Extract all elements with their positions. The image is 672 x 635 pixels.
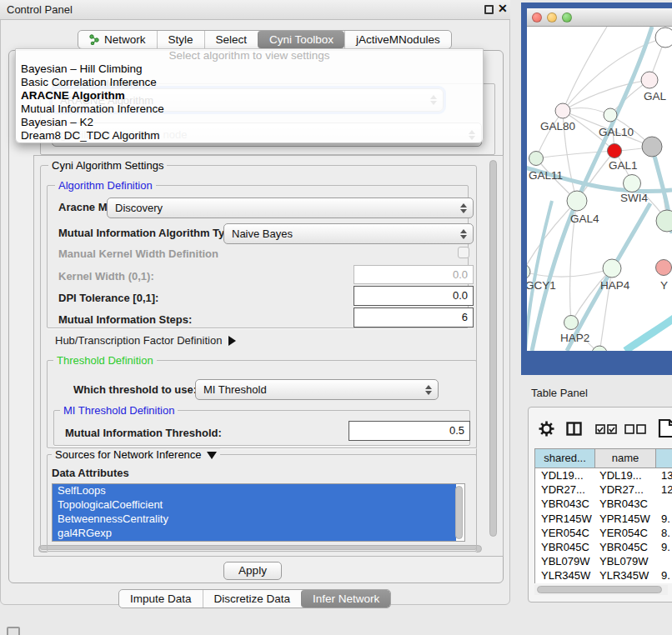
combo-stepper-icon (460, 203, 467, 213)
popup-item[interactable]: Bayesian – K2 (16, 116, 483, 129)
popup-item[interactable]: Bayesian – Hill Climbing (16, 62, 483, 76)
mi-threshold-label: Mutual Information Threshold: (65, 427, 222, 439)
popup-item[interactable]: Dream8 DC_TDC Algorithm (16, 129, 483, 142)
deselect-all-boxes-icon[interactable] (624, 424, 647, 434)
table-row[interactable]: YIL052C YIL052C 9 (535, 583, 672, 584)
svg-text:GAL80: GAL80 (540, 120, 575, 132)
close-traffic-light-icon[interactable] (532, 12, 542, 22)
network-icon (89, 34, 100, 45)
which-threshold-label: Which threshold to use: (73, 383, 197, 396)
table-row[interactable]: YBR043C YBR043C (535, 497, 672, 511)
table-row[interactable]: YDR27... YDR27... 12 (535, 482, 672, 497)
tab-style-label: Style (168, 33, 193, 46)
cell-shared-name: YBL079W (541, 555, 590, 568)
svg-text:GAL4: GAL4 (570, 212, 599, 225)
gear-icon[interactable] (539, 421, 554, 437)
tab-select[interactable]: Select (204, 31, 258, 48)
cell-shared-name: YDL19... (541, 469, 584, 482)
cell-value: 12 (661, 483, 672, 496)
table-row[interactable]: YBR045C YBR045C 9. (535, 540, 672, 554)
popup-item[interactable]: Basic Correlation Inference (16, 76, 483, 89)
attributes-list-scrollbar[interactable] (455, 486, 463, 539)
sources-expander[interactable]: Sources for Network Inference (52, 448, 220, 461)
column-header-partial[interactable]: A (655, 448, 672, 468)
tab-network[interactable]: Network (78, 31, 157, 48)
tab-cyni-toolbox-label: Cyni Toolbox (269, 33, 333, 46)
data-attributes-list: SelfLoops TopologicalCoefficient Between… (52, 483, 465, 542)
attribute-item-selected[interactable]: SelfLoops (53, 484, 456, 498)
tab-jactivemnodules[interactable]: jActiveMNodules (344, 31, 451, 48)
column-header-name[interactable]: name (594, 448, 656, 468)
popup-item-selected[interactable]: ARACNE Algorithm (16, 89, 483, 102)
mi-type-combo[interactable]: Naive Bayes (223, 223, 474, 244)
zoom-traffic-light-icon[interactable] (562, 12, 572, 22)
cell-name: YBR045C (599, 541, 648, 553)
mi-steps-field[interactable]: 6 (354, 308, 474, 328)
document-icon[interactable] (658, 418, 672, 438)
cell-name: YER054C (599, 527, 648, 539)
tab-discretize-data[interactable]: Discretize Data (203, 590, 302, 608)
which-threshold-value: MI Threshold (203, 383, 267, 396)
kernel-width-label: Kernel Width (0,1): (58, 270, 154, 282)
which-threshold-combo[interactable]: MI Threshold (195, 379, 439, 400)
tab-cyni-toolbox[interactable]: Cyni Toolbox (258, 31, 344, 48)
control-panel-title: Control Panel (7, 3, 73, 16)
tab-impute-data[interactable]: Impute Data (119, 590, 203, 608)
apply-button[interactable]: Apply (223, 562, 282, 580)
mi-threshold-group-label: MI Threshold Definition (60, 404, 178, 417)
cell-value: 9. (661, 569, 670, 582)
cell-value: 9. (661, 512, 670, 525)
tab-infer-network[interactable]: Infer Network (301, 590, 390, 608)
popup-header: Select algorithm to view settings (16, 49, 483, 62)
popup-item[interactable]: Mutual Information Inference (16, 102, 483, 116)
kernel-width-field[interactable]: 0.0 (354, 265, 474, 284)
network-view-canvas[interactable]: GALGAL80GAL10GAL1GAL11SWI4GAL4GCY1HAP4YH… (527, 27, 672, 351)
close-icon[interactable]: ✕ (498, 2, 508, 15)
svg-text:Y: Y (660, 279, 668, 292)
svg-text:SWI4: SWI4 (620, 192, 648, 204)
cell-value: 8. (661, 527, 670, 539)
svg-text:GAL: GAL (644, 90, 667, 102)
table-hscrollbar-track[interactable] (534, 585, 668, 595)
mi-steps-label: Mutual Information Steps: (58, 313, 192, 326)
table-hscrollbar-thumb[interactable] (537, 586, 662, 593)
algorithm-popup: Select algorithm to view settings Bayesi… (15, 48, 484, 143)
select-all-checks-icon[interactable] (595, 424, 618, 434)
settings-vertical-scrollbar[interactable] (489, 160, 497, 537)
mi-threshold-field[interactable]: 0.5 (349, 421, 470, 441)
aracne-mode-combo[interactable]: Discovery (107, 198, 474, 218)
control-panel-tabbar: Network Style Select Cyni Toolbox jActiv… (78, 30, 452, 49)
table-row[interactable]: YPR145W YPR145W 9. (535, 512, 672, 526)
minimize-traffic-light-icon[interactable] (547, 12, 557, 22)
control-panel-titlebar: Control Panel ✕ (0, 0, 510, 20)
hub-definition-label: Hub/Transcription Factor Definition (55, 334, 222, 347)
cell-shared-name: YBR043C (541, 498, 589, 510)
table-row[interactable]: YDL19... YDL19... 13 (535, 468, 672, 482)
tab-style[interactable]: Style (157, 31, 204, 48)
tab-network-label: Network (104, 33, 146, 46)
tab-impute-data-label: Impute Data (130, 592, 192, 605)
cell-name: YDL19... (599, 469, 642, 482)
hub-definition-expander[interactable]: Hub/Transcription Factor Definition (55, 334, 236, 347)
svg-text:HAP4: HAP4 (600, 279, 630, 292)
cell-value: 13 (661, 469, 672, 482)
attribute-item-selected[interactable]: gal4RGexp (53, 527, 456, 541)
table-row[interactable]: YBL079W YBL079W (535, 554, 672, 568)
column-header-shared-name[interactable]: shared... (534, 448, 595, 468)
manual-kernel-checkbox[interactable] (458, 247, 469, 258)
table-row[interactable]: YLR345W YLR345W 9. (535, 568, 672, 582)
collapsed-panel-icon[interactable] (7, 627, 20, 635)
float-window-icon[interactable] (484, 5, 494, 14)
tab-select-label: Select (216, 33, 248, 46)
network-window-titlebar[interactable] (527, 8, 672, 27)
attribute-item-selected[interactable]: BetweennessCentrality (53, 512, 456, 527)
svg-text:GAL11: GAL11 (529, 169, 563, 182)
table-row[interactable]: YER054C YER054C 8. (535, 526, 672, 540)
svg-text:GCY1: GCY1 (527, 279, 556, 292)
dpi-tolerance-field[interactable]: 0.0 (354, 286, 474, 306)
split-columns-icon[interactable] (566, 422, 582, 436)
tab-infer-network-label: Infer Network (313, 592, 379, 605)
attribute-item-selected[interactable]: TopologicalCoefficient (53, 498, 456, 512)
cell-name: YLR345W (599, 569, 649, 582)
svg-text:GAL10: GAL10 (599, 126, 634, 138)
